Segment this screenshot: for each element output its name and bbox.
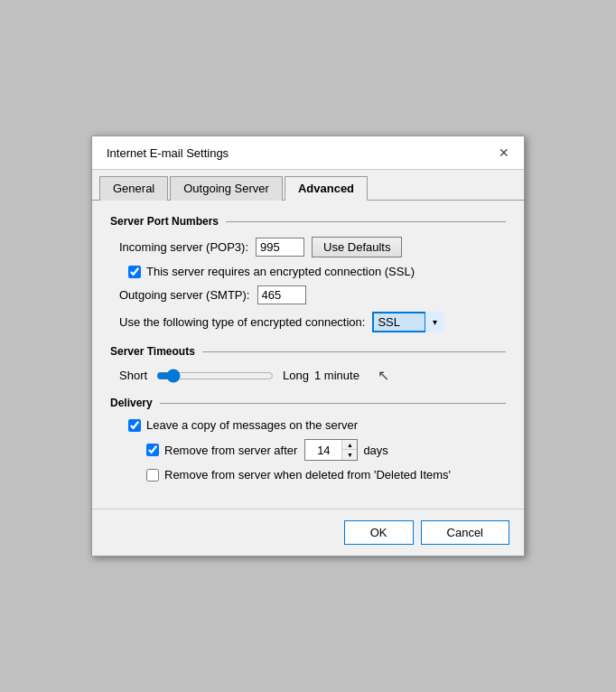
footer: OK Cancel xyxy=(92,509,524,556)
cancel-button[interactable]: Cancel xyxy=(421,520,509,545)
days-input[interactable] xyxy=(305,442,341,459)
timeout-slider-row: Short Long 1 minute ↖ xyxy=(110,367,506,384)
dialog: Internet E-mail Settings ✕ General Outgo… xyxy=(91,136,525,556)
dialog-title: Internet E-mail Settings xyxy=(107,146,229,160)
use-defaults-button[interactable]: Use Defaults xyxy=(312,237,402,257)
spin-up-button[interactable]: ▲ xyxy=(342,440,357,450)
timeout-slider[interactable] xyxy=(156,369,274,383)
leave-copy-row: Leave a copy of messages on the server xyxy=(110,418,506,432)
title-bar: Internet E-mail Settings ✕ xyxy=(92,136,524,170)
ssl-checkbox-label: This server requires an encrypted connec… xyxy=(146,265,415,278)
server-timeouts-label: Server Timeouts xyxy=(110,345,506,358)
remove-after-row: Remove from server after ▲ ▼ days xyxy=(110,439,506,461)
remove-deleted-label: Remove from server when deleted from 'De… xyxy=(164,468,451,482)
encryption-label: Use the following type of encrypted conn… xyxy=(119,315,365,329)
outgoing-server-label: Outgoing server (SMTP): xyxy=(119,288,250,302)
delivery-label: Delivery xyxy=(110,397,506,409)
outgoing-server-row: Outgoing server (SMTP): xyxy=(110,285,506,304)
spin-down-button[interactable]: ▼ xyxy=(342,450,357,460)
long-label: Long xyxy=(283,369,309,382)
short-label: Short xyxy=(119,369,147,382)
server-ports-section: Server Port Numbers Incoming server (POP… xyxy=(110,215,506,332)
remove-deleted-row: Remove from server when deleted from 'De… xyxy=(110,468,506,482)
server-timeouts-section: Server Timeouts Short Long 1 minute ↖ xyxy=(110,345,506,384)
encryption-select[interactable]: None SSL TLS Auto xyxy=(372,312,444,332)
spin-buttons: ▲ ▼ xyxy=(341,440,357,460)
tab-outgoing-server[interactable]: Outgoing Server xyxy=(170,176,283,201)
ssl-checkbox[interactable] xyxy=(128,266,141,278)
ssl-checkbox-row: This server requires an encrypted connec… xyxy=(110,265,506,278)
leave-copy-checkbox[interactable] xyxy=(128,419,141,432)
outgoing-port-input[interactable] xyxy=(257,285,306,304)
incoming-server-label: Incoming server (POP3): xyxy=(119,240,248,254)
close-button[interactable]: ✕ xyxy=(495,144,513,162)
ok-button[interactable]: OK xyxy=(344,520,414,545)
leave-copy-label: Leave a copy of messages on the server xyxy=(146,418,358,432)
incoming-server-row: Incoming server (POP3): Use Defaults xyxy=(110,237,506,257)
remove-after-checkbox[interactable] xyxy=(146,444,159,456)
days-label: days xyxy=(363,444,387,457)
server-ports-label: Server Port Numbers xyxy=(110,215,506,228)
tab-advanced[interactable]: Advanced xyxy=(285,176,368,201)
timeout-value: 1 minute xyxy=(314,369,359,382)
encryption-select-wrapper: None SSL TLS Auto ▾ xyxy=(372,312,444,332)
encryption-row: Use the following type of encrypted conn… xyxy=(110,312,506,332)
incoming-port-input[interactable] xyxy=(256,238,304,257)
remove-after-label: Remove from server after xyxy=(164,444,297,457)
cursor-icon: ↖ xyxy=(378,367,389,384)
days-spinbox: ▲ ▼ xyxy=(304,439,358,461)
tab-bar: General Outgoing Server Advanced xyxy=(92,170,524,201)
remove-deleted-checkbox[interactable] xyxy=(146,469,159,482)
delivery-section: Delivery Leave a copy of messages on the… xyxy=(110,397,506,482)
tab-general[interactable]: General xyxy=(99,176,168,201)
tab-content: Server Port Numbers Incoming server (POP… xyxy=(92,201,524,509)
